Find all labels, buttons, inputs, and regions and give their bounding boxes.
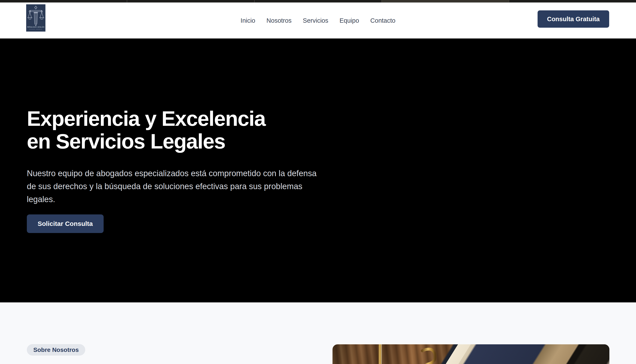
browser-tab[interactable] (0, 0, 127, 2)
brass-scale-detail (333, 344, 609, 364)
nav-item-inicio[interactable]: Inicio (240, 17, 255, 24)
main-nav: Inicio Nosotros Servicios Equipo Contact… (240, 3, 396, 38)
hero-description-line: legales. (27, 193, 316, 206)
hero-section: Experiencia y Excelencia en Servicios Le… (0, 38, 636, 302)
hero-description: Nuestro equipo de abogados especializado… (27, 167, 316, 206)
nav-item-servicios[interactable]: Servicios (303, 17, 329, 24)
about-photo (333, 344, 609, 364)
nav-item-nosotros[interactable]: Nosotros (266, 17, 292, 24)
hero-description-line: Nuestro equipo de abogados especializado… (27, 167, 316, 180)
browser-tab-active[interactable] (382, 0, 509, 2)
logo[interactable]: PEÑALOZA CATALÁN ESTUDIO JURÍDICO (26, 4, 46, 32)
logo-brand-text: PEÑALOZA CATALÁN (27, 26, 44, 28)
nav-item-equipo[interactable]: Equipo (340, 17, 359, 24)
sobre-nosotros-badge: Sobre Nosotros (27, 344, 85, 356)
hero-title: Experiencia y Excelencia en Servicios Le… (27, 107, 265, 152)
hero-title-line-2: en Servicios Legales (27, 130, 265, 152)
browser-tab[interactable] (127, 0, 254, 2)
browser-tab[interactable] (509, 0, 636, 2)
browser-tab[interactable] (255, 0, 382, 2)
consulta-gratuita-button[interactable]: Consulta Gratuita (538, 10, 609, 28)
page: { "browser_chrome": { "tab_count": 5, "a… (0, 0, 636, 364)
nav-item-contacto[interactable]: Contacto (370, 17, 396, 24)
scales-of-justice-icon: PEÑALOZA CATALÁN ESTUDIO JURÍDICO (26, 4, 46, 32)
logo-subbrand-text: ESTUDIO JURÍDICO (30, 29, 42, 30)
solicitar-consulta-button[interactable]: Solicitar Consulta (27, 214, 104, 233)
hero-title-line-1: Experiencia y Excelencia (27, 107, 265, 130)
site-header: PEÑALOZA CATALÁN ESTUDIO JURÍDICO Inicio… (0, 3, 636, 38)
about-section: Sobre Nosotros (0, 302, 636, 364)
hero-description-line: de sus derechos y la búsqueda de solucio… (27, 180, 316, 193)
browser-tab-strip (0, 0, 636, 2)
